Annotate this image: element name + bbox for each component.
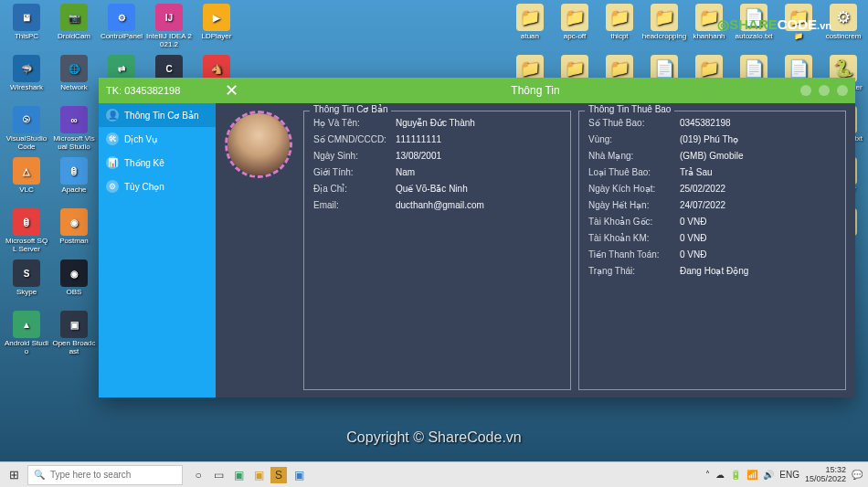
field-label: Họ Và Tên: — [313, 118, 392, 128]
taskbar-app-4[interactable]: ▣ — [289, 462, 309, 488]
sidebar-icon: ⚙ — [106, 180, 119, 193]
field-value: 24/07/2022 — [680, 200, 836, 210]
field-label: Tài Khoản Gốc: — [588, 217, 676, 227]
field-value: (019) Phú Thọ — [680, 134, 836, 144]
sidebar: TK: 0345382198 👤Thông Tin Cơ Bản🛠Dịch Vụ… — [99, 78, 216, 397]
account-bar: TK: 0345382198 — [99, 78, 216, 103]
field-label: Số CMND/CCCD: — [313, 134, 392, 144]
field-value: 0345382198 — [680, 118, 836, 128]
titlebar: ✕ Thông Tin — [216, 78, 855, 103]
minimize-button[interactable] — [800, 85, 811, 96]
sharecode-logo: ◎SHARECODE.vn — [717, 16, 831, 33]
field-label: Vùng: — [588, 134, 676, 144]
tray-lang[interactable]: ENG — [779, 470, 799, 480]
sidebar-item-1[interactable]: 🛠Dịch Vụ — [99, 127, 216, 151]
panel-basic-title: Thông Tin Cơ Bản — [310, 104, 391, 114]
panel-subscriber-info: Thông Tin Thuê Bao Số Thuê Bao:034538219… — [578, 111, 846, 390]
field-value: Trả Sau — [680, 167, 836, 177]
field-label: Số Thuê Bao: — [588, 118, 676, 128]
content-area: Thông Tin Cơ Bản Họ Và Tên:Nguyễn Đức Th… — [216, 103, 855, 397]
sidebar-icon: 📊 — [106, 156, 119, 169]
field-value: Nam — [396, 167, 561, 177]
window-title: Thông Tin — [511, 84, 559, 97]
search-icon: 🔍 — [34, 470, 45, 480]
desktop-icon[interactable]: 📁atuan — [507, 4, 553, 41]
taskview-icon[interactable]: ▭ — [208, 462, 228, 488]
tray-battery-icon[interactable]: 🔋 — [730, 470, 741, 480]
tray-chevron-icon[interactable]: ˄ — [705, 470, 710, 480]
field-label: Tài Khoản KM: — [588, 233, 676, 243]
field-label: Nhà Mạng: — [588, 151, 676, 161]
field-label: Trạng Thái: — [588, 266, 676, 276]
taskbar-app-3[interactable]: S — [270, 467, 287, 483]
close-button-alt[interactable] — [837, 85, 848, 96]
field-label: Giới Tính: — [313, 167, 392, 177]
tray-notifications-icon[interactable]: 💬 — [852, 470, 863, 480]
sidebar-icon: 🛠 — [106, 132, 119, 145]
panel-sub-title: Thông Tin Thuê Bao — [585, 104, 674, 114]
window-controls — [800, 85, 855, 96]
start-button[interactable]: ⊞ — [0, 462, 27, 488]
field-value: ducthanh@gmail.com — [396, 200, 561, 210]
field-value: Nguyễn Đức Thành — [396, 118, 561, 128]
desktop-icon[interactable]: 📁apc-off — [552, 4, 598, 41]
field-label: Địa Chỉ: — [313, 184, 392, 194]
sidebar-item-3[interactable]: ⚙Tùy Chọn — [99, 175, 216, 198]
field-label: Loại Thuê Bao: — [588, 167, 676, 177]
main-panel: ✕ Thông Tin Thông Tin Cơ Bản Họ Và Tên:N… — [216, 78, 855, 397]
field-label: Ngày Hết Hạn: — [588, 200, 676, 210]
field-label: Email: — [313, 200, 392, 210]
desktop-icon[interactable]: 📁headcropping — [641, 4, 687, 41]
field-value: 0 VNĐ — [680, 233, 836, 243]
taskbar: ⊞ 🔍 ○ ▭ ▣ ▣ S ▣ ˄ ☁ 🔋 📶 🔊 ENG 15:32 15/0… — [0, 461, 868, 487]
search-input[interactable] — [50, 470, 176, 480]
field-value: 111111111 — [396, 134, 561, 144]
search-box[interactable]: 🔍 — [27, 465, 183, 485]
watermark-bottom: Copyright © ShareCode.vn — [346, 429, 521, 446]
close-button[interactable]: ✕ — [216, 78, 247, 103]
panel-basic-info: Thông Tin Cơ Bản Họ Và Tên:Nguyễn Đức Th… — [303, 111, 571, 390]
field-value: 13/08/2001 — [396, 151, 561, 161]
field-value: 25/02/2022 — [680, 184, 836, 194]
app-window: TK: 0345382198 👤Thông Tin Cơ Bản🛠Dịch Vụ… — [99, 78, 855, 397]
sidebar-item-label: Tùy Chọn — [124, 182, 164, 192]
sidebar-icon: 👤 — [106, 109, 119, 122]
system-tray: ˄ ☁ 🔋 📶 🔊 ENG 15:32 15/05/2022 💬 — [705, 466, 868, 483]
field-value: (GMB) Gmobile — [680, 151, 836, 161]
avatar — [225, 111, 292, 178]
field-label: Ngày Kích Hoạt: — [588, 184, 676, 194]
field-label: Ngày Sinh: — [313, 151, 392, 161]
sidebar-item-label: Thống Kê — [124, 158, 164, 168]
cortana-icon[interactable]: ○ — [188, 462, 208, 488]
tray-volume-icon[interactable]: 🔊 — [763, 470, 774, 480]
tray-cloud-icon[interactable]: ☁ — [715, 470, 725, 480]
field-value: 0 VNĐ — [680, 217, 836, 227]
field-label: Tiền Thanh Toán: — [588, 249, 676, 259]
field-value: 0 VNĐ — [680, 249, 836, 259]
field-value: Đang Hoạt Động — [680, 266, 836, 276]
taskbar-app-2[interactable]: ▣ — [249, 462, 269, 488]
maximize-button[interactable] — [819, 85, 830, 96]
sidebar-item-label: Dịch Vụ — [124, 134, 157, 144]
sidebar-item-0[interactable]: 👤Thông Tin Cơ Bản — [99, 103, 216, 127]
field-value: Quế Võ-Bắc Ninh — [396, 184, 561, 194]
clock[interactable]: 15:32 15/05/2022 — [805, 466, 846, 483]
desktop-icon[interactable]: 📁thicpt — [597, 4, 642, 41]
sidebar-item-2[interactable]: 📊Thống Kê — [99, 151, 216, 175]
sidebar-item-label: Thông Tin Cơ Bản — [124, 111, 198, 121]
taskbar-app-1[interactable]: ▣ — [228, 462, 249, 488]
tray-wifi-icon[interactable]: 📶 — [746, 470, 757, 480]
